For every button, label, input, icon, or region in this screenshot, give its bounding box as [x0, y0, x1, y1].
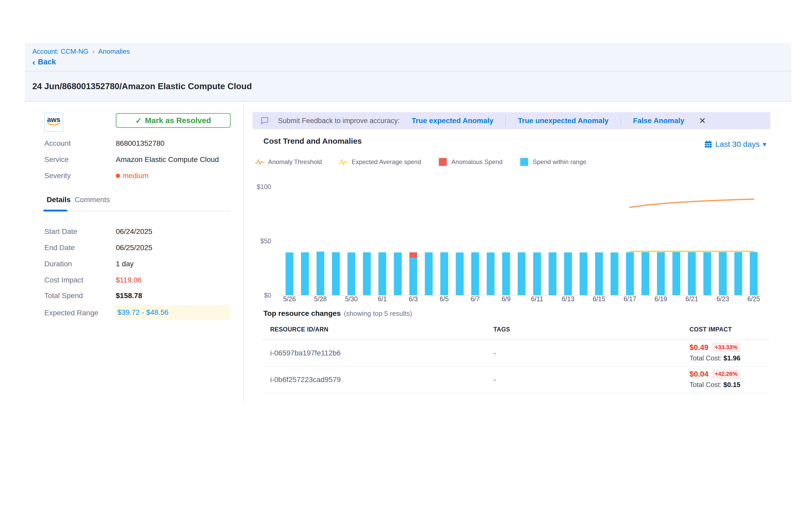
spend-bar[interactable]: [332, 252, 340, 295]
spend-bar[interactable]: [301, 252, 309, 295]
caret-down-icon: ▾: [763, 140, 766, 148]
panel-divider: [243, 102, 244, 402]
red-square-icon: [438, 157, 448, 167]
back-label: Back: [38, 58, 56, 66]
spend-bar[interactable]: [580, 252, 587, 295]
x-axis-date-label: 5/30: [345, 295, 358, 303]
duration-value: 1 day: [116, 260, 134, 268]
anomalous-spend-bar[interactable]: [410, 252, 417, 258]
y-axis-tick: $100: [256, 183, 271, 190]
spend-bar[interactable]: [719, 252, 727, 295]
spend-bar[interactable]: [703, 252, 711, 295]
cost-impact-amount: $0.49: [689, 343, 708, 352]
breadcrumb-anomalies-link[interactable]: Anomalies: [98, 48, 130, 56]
calendar-icon: [704, 140, 712, 148]
spend-bar[interactable]: [425, 252, 433, 295]
spend-bar[interactable]: [657, 252, 665, 295]
spend-bar[interactable]: [363, 252, 371, 295]
spend-bar[interactable]: [750, 252, 758, 295]
legend-anomalous-spend: Anomalous Spend: [438, 157, 502, 167]
spend-bar[interactable]: [672, 252, 680, 295]
resource-cost-impact: $0.04 +42.26% Total Cost: $0.15: [689, 369, 740, 389]
x-axis-date-label: 6/21: [686, 295, 698, 303]
service-label: Service: [44, 155, 69, 164]
x-axis-date-label: 6/13: [562, 295, 574, 303]
spend-bar[interactable]: [626, 252, 634, 295]
tab-divider: [43, 211, 231, 211]
x-axis-date-label: 6/11: [531, 295, 543, 303]
x-axis-date-label: 6/23: [716, 295, 729, 303]
breadcrumb-account-link[interactable]: Account: CCM-NG: [32, 48, 89, 56]
feedback-divider: [506, 116, 506, 126]
spend-bar[interactable]: [610, 252, 618, 295]
breadcrumb-separator-icon: ›: [92, 47, 94, 56]
spend-bar[interactable]: [688, 252, 696, 295]
spend-bar[interactable]: [440, 252, 448, 295]
spend-bar[interactable]: [549, 252, 556, 295]
spend-bar[interactable]: [642, 252, 649, 295]
resource-tags: -: [493, 340, 496, 366]
feedback-true-unexpected-button[interactable]: True unexpected Anomaly: [515, 117, 611, 125]
spend-bar[interactable]: [487, 252, 494, 295]
cost-impact-value: $119.06: [116, 276, 141, 284]
spend-bar[interactable]: [456, 252, 464, 295]
x-axis-date-label: 6/25: [747, 295, 760, 303]
page-title: 24 Jun/868001352780/Amazon Elastic Compu…: [32, 81, 252, 91]
total-spend-value: $158.78: [116, 291, 142, 300]
total-spend-label: Total Spend: [44, 291, 83, 300]
tab-comments[interactable]: Comments: [75, 195, 110, 204]
spend-bar[interactable]: [347, 252, 355, 295]
x-axis-date-label: 6/7: [471, 295, 480, 303]
y-axis-tick: $0: [264, 291, 271, 299]
date-range-label: Last 30 days: [715, 140, 760, 149]
feedback-close-icon[interactable]: ✕: [699, 116, 706, 126]
mark-as-resolved-button[interactable]: ✓ Mark as Resolved: [116, 113, 230, 128]
total-cost-value: $1.96: [723, 354, 740, 362]
spend-bar[interactable]: [518, 252, 526, 295]
total-cost-label: Total Cost:: [689, 354, 722, 362]
back-button[interactable]: ‹ Back: [32, 58, 56, 66]
severity-text: medium: [122, 172, 149, 180]
severity-label: Severity: [44, 172, 71, 180]
feedback-divider: [621, 116, 621, 126]
cost-change-badge: +42.26%: [712, 369, 740, 379]
spend-bar[interactable]: [410, 258, 417, 295]
spend-bar[interactable]: [286, 252, 293, 295]
account-value: 868001352780: [116, 139, 165, 148]
spend-bar[interactable]: [734, 252, 742, 295]
spend-bar[interactable]: [378, 252, 386, 295]
spend-bar[interactable]: [533, 252, 541, 295]
header-band: Account: CCM-NG › Anomalies ‹ Back: [25, 43, 792, 72]
y-axis-tick: $50: [260, 237, 271, 245]
feedback-true-expected-button[interactable]: True expected Anomaly: [409, 117, 496, 125]
spend-bar[interactable]: [502, 252, 510, 295]
x-axis-date-label: 6/1: [378, 295, 387, 303]
x-axis-date-label: 6/5: [440, 295, 449, 303]
spend-bar[interactable]: [595, 252, 603, 295]
spend-bar[interactable]: [394, 252, 402, 295]
total-cost-label: Total Cost:: [689, 381, 722, 388]
expected-range-value: $39.72 - $48.56: [116, 308, 169, 317]
spend-bar[interactable]: [564, 252, 572, 295]
column-tags: TAGS: [493, 326, 510, 333]
top-resource-changes-header: Top resource changes (showing top 5 resu…: [263, 309, 412, 318]
chart-legend: Anomaly Threshold Expected Average spend…: [255, 157, 586, 167]
feedback-false-anomaly-button[interactable]: False Anomaly: [631, 117, 687, 125]
anomaly-summary-panel: aws ✓ Mark as Resolved Account 868001352…: [25, 102, 243, 402]
total-cost-value: $0.15: [723, 381, 740, 388]
cost-trend-panel: Submit Feedback to improve accuracy: Tru…: [252, 110, 771, 480]
date-range-picker[interactable]: Last 30 days ▾: [704, 140, 766, 149]
spend-bar[interactable]: [317, 252, 324, 295]
x-axis-date-label: 6/19: [654, 295, 667, 303]
top-resource-changes-subtitle: (showing top 5 results): [344, 309, 412, 318]
severity-value: medium: [116, 172, 149, 180]
cost-impact-label: Cost Impact: [44, 276, 83, 284]
tab-details[interactable]: Details: [47, 195, 71, 204]
blue-square-icon: [519, 157, 529, 167]
spend-bar[interactable]: [471, 252, 479, 295]
column-cost-impact: COST IMPACT: [689, 326, 732, 333]
aws-logo-text: aws: [47, 117, 61, 122]
chart-title: Cost Trend and Anomalies: [263, 137, 362, 146]
service-value: Amazon Elastic Compute Cloud: [116, 155, 219, 164]
active-tab-indicator: [43, 210, 67, 211]
